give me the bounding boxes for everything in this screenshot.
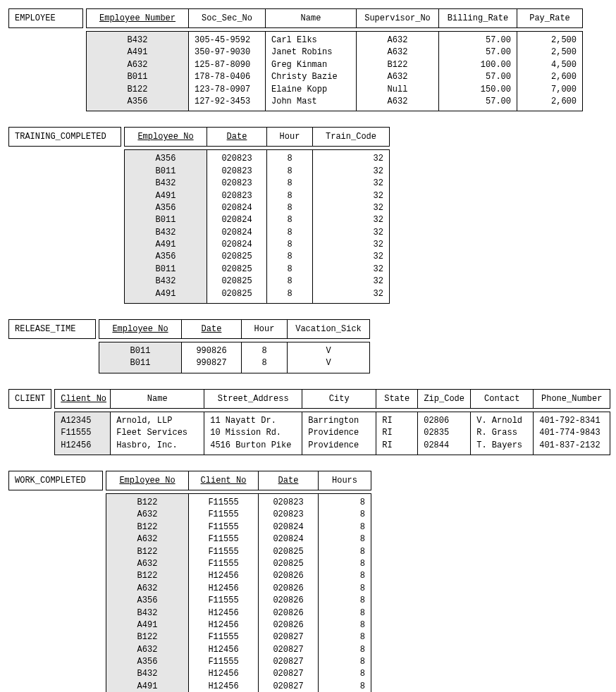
cell: 8 [324, 607, 365, 619]
cell: 8 [273, 239, 307, 251]
cell: 020823 [264, 497, 312, 509]
cell: H12456 [195, 583, 252, 595]
column-header: Name [265, 8, 357, 28]
header-row: Client_NoNameStreet_AddressCityStateZip_… [54, 389, 610, 409]
cell: 020827 [264, 681, 312, 692]
column-header-text: Employee_Number [99, 13, 175, 23]
body-row: B011B01199082699082788VV [99, 342, 370, 373]
cell: 178-78-0406 [195, 71, 259, 83]
cell: B432 [130, 227, 201, 239]
table-column: 323232323232323232323232 [312, 149, 390, 304]
cell: 990826 [187, 345, 235, 357]
cell: 32 [319, 153, 383, 165]
column-header-text: Employee_No [119, 476, 175, 486]
cell: 020827 [264, 656, 312, 668]
body-row: A12345F11555H12456Arnold, LLPFleet Servi… [54, 412, 610, 455]
header-row: Employee_NoClient_NoDateHours [106, 471, 371, 490]
cell: 020826 [264, 595, 312, 607]
cell: A632 [362, 35, 433, 47]
column-header-text: Name [147, 394, 168, 404]
table-column: B122A632B122A632B122A632B122A632A356B432… [106, 493, 189, 692]
table-column: VV [287, 342, 370, 373]
cell: RI [382, 440, 412, 452]
cell: 020823 [213, 166, 261, 178]
cell: 02844 [424, 440, 464, 452]
cell: 8 [273, 166, 307, 178]
cell: 8 [324, 533, 365, 545]
column-header: Train_Code [312, 127, 390, 147]
cell: 8 [324, 644, 365, 656]
cell: H12456 [195, 681, 252, 692]
cell: A491 [112, 681, 183, 692]
body-row: B432A491A632B011B122A356305-45-9592350-9… [86, 31, 583, 111]
cell: A632 [112, 533, 183, 545]
cell: B432 [130, 276, 201, 288]
cell: 020826 [264, 607, 312, 619]
column-header-text: Employee_No [137, 132, 193, 142]
cell: 020825 [213, 288, 261, 300]
cell: 8 [273, 178, 307, 190]
cell: 020824 [213, 227, 261, 239]
cell: B011 [130, 264, 201, 276]
cell: 57.00 [445, 35, 511, 47]
cell: F11555 [195, 558, 252, 570]
table-label: RELEASE_TIME [8, 319, 96, 339]
cell: B011 [105, 345, 175, 357]
cell: F11555 [195, 521, 252, 533]
cell: B432 [112, 607, 183, 619]
cell: 020824 [264, 533, 312, 545]
cell: 020825 [264, 558, 312, 570]
column-header: Hours [318, 471, 371, 490]
cell: 8 [273, 264, 307, 276]
cell: B432 [92, 35, 183, 47]
cell: 32 [319, 239, 383, 251]
body-row: B122A632B122A632B122A632B122A632A356B432… [106, 493, 371, 692]
column-header-text: Date [278, 476, 299, 486]
table-column: A356B011B432A491A356B011B432A491A356B011… [124, 149, 207, 304]
column-header-text: Contact [484, 394, 519, 404]
table-column: 990826990827 [181, 342, 242, 373]
cell: 32 [319, 276, 383, 288]
column-header-text: Client_No [201, 476, 247, 486]
cell: 401-792-8341 [539, 415, 604, 427]
table-column: A632A632B122A632NullA632 [356, 31, 439, 111]
column-header-text: Phone_Number [541, 394, 602, 404]
cell: 8 [273, 153, 307, 165]
table-column: BarringtonProvidenceProvidence [302, 412, 376, 455]
column-header-text: Client_No [61, 394, 106, 404]
cell: F11555 [195, 656, 252, 668]
cell: 123-78-0907 [195, 84, 259, 96]
table-column: 028060283502844 [417, 412, 471, 455]
cell: 020827 [264, 668, 312, 680]
table-column: 88 [241, 342, 288, 373]
relation-work_completed: WORK_COMPLETEDEmployee_NoClient_NoDateHo… [8, 471, 608, 692]
column-header-text: Hours [332, 476, 357, 486]
cell: 2,500 [523, 47, 577, 58]
cell: 8 [324, 558, 365, 570]
column-header-text: Soc_Sec_No [202, 13, 252, 23]
cell: H12456 [195, 668, 252, 680]
cell: B122 [112, 546, 183, 558]
relation-row: CLIENTClient_NoNameStreet_AddressCitySta… [8, 389, 608, 455]
cell: 020823 [213, 190, 261, 202]
table-column: 8888888888888888 [318, 493, 371, 692]
column-header: Employee_Number [86, 8, 189, 28]
cell: Null [362, 84, 433, 96]
cell: 2,600 [523, 96, 577, 108]
table-stack: Employee_NoClient_NoDateHoursB122A632B12… [106, 471, 371, 692]
cell: 350-97-9030 [195, 47, 259, 58]
cell: 02835 [424, 427, 464, 439]
column-header: Client_No [188, 471, 259, 490]
cell: Providence [308, 440, 370, 452]
header-row: Employee_NoDateHourTrain_Code [124, 127, 390, 147]
cell: H12456 [195, 570, 252, 582]
cell: 125-87-8090 [195, 59, 259, 71]
cell: RI [382, 427, 412, 439]
table-column: V. ArnoldR. GrassT. Bayers [470, 412, 534, 455]
cell: 8 [273, 251, 307, 263]
cell: A356 [130, 251, 201, 263]
column-header-text: Billing_Rate [448, 13, 508, 23]
cell: F11555 [61, 427, 104, 439]
cell: 020823 [264, 509, 312, 521]
column-header: City [302, 389, 376, 409]
